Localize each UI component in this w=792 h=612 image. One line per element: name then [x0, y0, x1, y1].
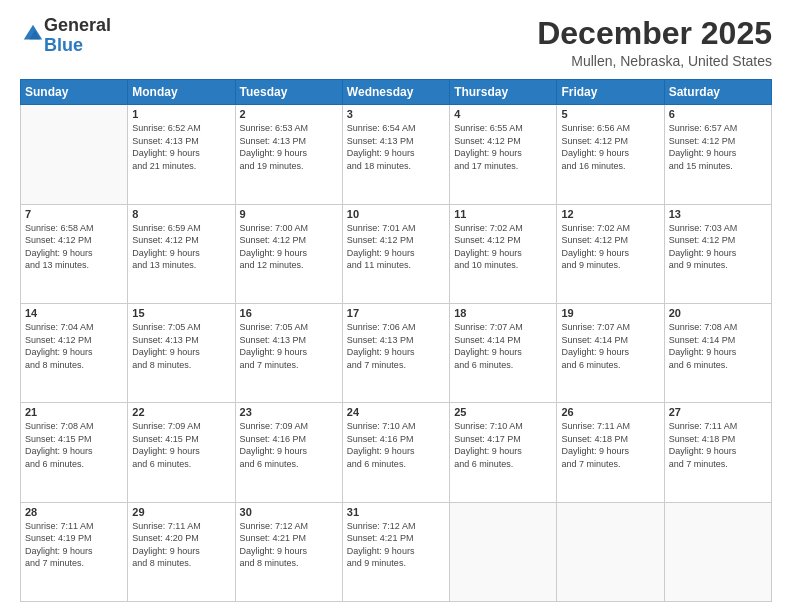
day-number: 9	[240, 208, 338, 220]
calendar-cell: 26Sunrise: 7:11 AM Sunset: 4:18 PM Dayli…	[557, 403, 664, 502]
day-number: 29	[132, 506, 230, 518]
calendar-cell: 19Sunrise: 7:07 AM Sunset: 4:14 PM Dayli…	[557, 303, 664, 402]
day-info: Sunrise: 7:07 AM Sunset: 4:14 PM Dayligh…	[561, 321, 659, 371]
day-info: Sunrise: 7:10 AM Sunset: 4:17 PM Dayligh…	[454, 420, 552, 470]
title-block: December 2025 Mullen, Nebraska, United S…	[537, 16, 772, 69]
day-number: 19	[561, 307, 659, 319]
calendar-week-row: 7Sunrise: 6:58 AM Sunset: 4:12 PM Daylig…	[21, 204, 772, 303]
day-info: Sunrise: 6:54 AM Sunset: 4:13 PM Dayligh…	[347, 122, 445, 172]
day-info: Sunrise: 7:07 AM Sunset: 4:14 PM Dayligh…	[454, 321, 552, 371]
calendar-cell: 8Sunrise: 6:59 AM Sunset: 4:12 PM Daylig…	[128, 204, 235, 303]
day-number: 30	[240, 506, 338, 518]
day-number: 13	[669, 208, 767, 220]
day-number: 25	[454, 406, 552, 418]
day-number: 6	[669, 108, 767, 120]
day-number: 5	[561, 108, 659, 120]
day-number: 11	[454, 208, 552, 220]
calendar-cell: 3Sunrise: 6:54 AM Sunset: 4:13 PM Daylig…	[342, 105, 449, 204]
day-number: 17	[347, 307, 445, 319]
weekday-header: Sunday	[21, 80, 128, 105]
day-number: 26	[561, 406, 659, 418]
calendar-cell	[21, 105, 128, 204]
day-info: Sunrise: 7:10 AM Sunset: 4:16 PM Dayligh…	[347, 420, 445, 470]
calendar-cell: 16Sunrise: 7:05 AM Sunset: 4:13 PM Dayli…	[235, 303, 342, 402]
calendar-cell: 4Sunrise: 6:55 AM Sunset: 4:12 PM Daylig…	[450, 105, 557, 204]
day-info: Sunrise: 7:09 AM Sunset: 4:15 PM Dayligh…	[132, 420, 230, 470]
day-number: 15	[132, 307, 230, 319]
day-info: Sunrise: 6:52 AM Sunset: 4:13 PM Dayligh…	[132, 122, 230, 172]
calendar-cell: 15Sunrise: 7:05 AM Sunset: 4:13 PM Dayli…	[128, 303, 235, 402]
day-info: Sunrise: 7:02 AM Sunset: 4:12 PM Dayligh…	[561, 222, 659, 272]
day-info: Sunrise: 7:05 AM Sunset: 4:13 PM Dayligh…	[132, 321, 230, 371]
day-info: Sunrise: 7:11 AM Sunset: 4:19 PM Dayligh…	[25, 520, 123, 570]
day-info: Sunrise: 6:56 AM Sunset: 4:12 PM Dayligh…	[561, 122, 659, 172]
calendar-week-row: 1Sunrise: 6:52 AM Sunset: 4:13 PM Daylig…	[21, 105, 772, 204]
calendar-cell: 11Sunrise: 7:02 AM Sunset: 4:12 PM Dayli…	[450, 204, 557, 303]
day-info: Sunrise: 7:12 AM Sunset: 4:21 PM Dayligh…	[347, 520, 445, 570]
day-info: Sunrise: 6:58 AM Sunset: 4:12 PM Dayligh…	[25, 222, 123, 272]
calendar-cell: 6Sunrise: 6:57 AM Sunset: 4:12 PM Daylig…	[664, 105, 771, 204]
day-number: 7	[25, 208, 123, 220]
calendar-cell	[557, 502, 664, 601]
calendar-week-row: 21Sunrise: 7:08 AM Sunset: 4:15 PM Dayli…	[21, 403, 772, 502]
day-number: 20	[669, 307, 767, 319]
day-number: 14	[25, 307, 123, 319]
day-info: Sunrise: 6:53 AM Sunset: 4:13 PM Dayligh…	[240, 122, 338, 172]
calendar-table: SundayMondayTuesdayWednesdayThursdayFrid…	[20, 79, 772, 602]
day-number: 1	[132, 108, 230, 120]
day-number: 10	[347, 208, 445, 220]
calendar-cell: 20Sunrise: 7:08 AM Sunset: 4:14 PM Dayli…	[664, 303, 771, 402]
day-number: 18	[454, 307, 552, 319]
calendar-cell: 18Sunrise: 7:07 AM Sunset: 4:14 PM Dayli…	[450, 303, 557, 402]
day-number: 28	[25, 506, 123, 518]
calendar-cell: 1Sunrise: 6:52 AM Sunset: 4:13 PM Daylig…	[128, 105, 235, 204]
page: General Blue December 2025 Mullen, Nebra…	[0, 0, 792, 612]
day-info: Sunrise: 7:12 AM Sunset: 4:21 PM Dayligh…	[240, 520, 338, 570]
calendar-cell: 21Sunrise: 7:08 AM Sunset: 4:15 PM Dayli…	[21, 403, 128, 502]
calendar-cell: 5Sunrise: 6:56 AM Sunset: 4:12 PM Daylig…	[557, 105, 664, 204]
day-info: Sunrise: 7:02 AM Sunset: 4:12 PM Dayligh…	[454, 222, 552, 272]
day-info: Sunrise: 7:08 AM Sunset: 4:15 PM Dayligh…	[25, 420, 123, 470]
day-number: 27	[669, 406, 767, 418]
day-info: Sunrise: 6:55 AM Sunset: 4:12 PM Dayligh…	[454, 122, 552, 172]
calendar-cell: 28Sunrise: 7:11 AM Sunset: 4:19 PM Dayli…	[21, 502, 128, 601]
weekday-header: Thursday	[450, 80, 557, 105]
day-number: 31	[347, 506, 445, 518]
day-info: Sunrise: 7:00 AM Sunset: 4:12 PM Dayligh…	[240, 222, 338, 272]
day-info: Sunrise: 7:06 AM Sunset: 4:13 PM Dayligh…	[347, 321, 445, 371]
day-number: 24	[347, 406, 445, 418]
calendar-cell: 12Sunrise: 7:02 AM Sunset: 4:12 PM Dayli…	[557, 204, 664, 303]
calendar-cell: 31Sunrise: 7:12 AM Sunset: 4:21 PM Dayli…	[342, 502, 449, 601]
calendar-cell: 7Sunrise: 6:58 AM Sunset: 4:12 PM Daylig…	[21, 204, 128, 303]
calendar-cell: 9Sunrise: 7:00 AM Sunset: 4:12 PM Daylig…	[235, 204, 342, 303]
calendar-cell: 24Sunrise: 7:10 AM Sunset: 4:16 PM Dayli…	[342, 403, 449, 502]
logo: General Blue	[20, 16, 111, 56]
day-number: 12	[561, 208, 659, 220]
day-info: Sunrise: 6:59 AM Sunset: 4:12 PM Dayligh…	[132, 222, 230, 272]
calendar-subtitle: Mullen, Nebraska, United States	[537, 53, 772, 69]
day-info: Sunrise: 7:04 AM Sunset: 4:12 PM Dayligh…	[25, 321, 123, 371]
calendar-cell: 29Sunrise: 7:11 AM Sunset: 4:20 PM Dayli…	[128, 502, 235, 601]
calendar-week-row: 14Sunrise: 7:04 AM Sunset: 4:12 PM Dayli…	[21, 303, 772, 402]
weekday-header: Saturday	[664, 80, 771, 105]
day-number: 3	[347, 108, 445, 120]
day-info: Sunrise: 7:11 AM Sunset: 4:18 PM Dayligh…	[561, 420, 659, 470]
calendar-cell: 10Sunrise: 7:01 AM Sunset: 4:12 PM Dayli…	[342, 204, 449, 303]
calendar-cell	[450, 502, 557, 601]
day-info: Sunrise: 7:11 AM Sunset: 4:20 PM Dayligh…	[132, 520, 230, 570]
calendar-cell: 22Sunrise: 7:09 AM Sunset: 4:15 PM Dayli…	[128, 403, 235, 502]
day-number: 2	[240, 108, 338, 120]
calendar-header-row: SundayMondayTuesdayWednesdayThursdayFrid…	[21, 80, 772, 105]
calendar-cell: 23Sunrise: 7:09 AM Sunset: 4:16 PM Dayli…	[235, 403, 342, 502]
calendar-cell: 27Sunrise: 7:11 AM Sunset: 4:18 PM Dayli…	[664, 403, 771, 502]
calendar-week-row: 28Sunrise: 7:11 AM Sunset: 4:19 PM Dayli…	[21, 502, 772, 601]
day-info: Sunrise: 7:09 AM Sunset: 4:16 PM Dayligh…	[240, 420, 338, 470]
calendar-cell: 14Sunrise: 7:04 AM Sunset: 4:12 PM Dayli…	[21, 303, 128, 402]
logo-icon	[22, 23, 44, 45]
day-info: Sunrise: 7:05 AM Sunset: 4:13 PM Dayligh…	[240, 321, 338, 371]
calendar-cell: 17Sunrise: 7:06 AM Sunset: 4:13 PM Dayli…	[342, 303, 449, 402]
calendar-cell: 30Sunrise: 7:12 AM Sunset: 4:21 PM Dayli…	[235, 502, 342, 601]
calendar-title: December 2025	[537, 16, 772, 51]
logo-blue-text: Blue	[44, 35, 83, 55]
day-info: Sunrise: 6:57 AM Sunset: 4:12 PM Dayligh…	[669, 122, 767, 172]
